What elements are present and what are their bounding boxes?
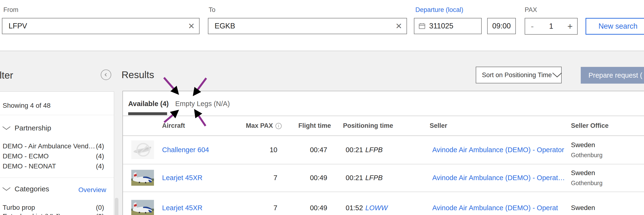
to-input[interactable]: EGKB ✕ (208, 18, 407, 34)
from-value: LFPV (2, 22, 27, 30)
categories-header-label: Categories (14, 185, 49, 193)
results-tabs: Available (4) Empty Legs (N/A) (123, 91, 644, 116)
max-pax-value: 7 (247, 204, 277, 212)
calendar-icon (418, 22, 426, 30)
filter-item-count: (4) (96, 162, 104, 170)
positioning-time-cell: 01:52LOWW (346, 204, 388, 212)
filter-item-partnership[interactable]: DEMO - ECMO (4) (3, 152, 104, 160)
table-row[interactable]: Learjet 45XR 7 00:49 00:21LFPB Avinode A… (123, 164, 644, 192)
departure-time-input[interactable]: 09:00 (487, 18, 516, 34)
table-row[interactable]: Challenger 604 10 00:47 00:21LFPB Avinod… (123, 135, 644, 164)
tab-empty-legs[interactable]: Empty Legs (N/A) (175, 100, 230, 108)
seller-office-country: Sweden (571, 204, 595, 212)
sort-dropdown[interactable]: Sort on Positioning Time (476, 67, 562, 83)
pax-value: 1 (540, 22, 563, 31)
aircraft-link[interactable]: Learjet 45XR (162, 204, 202, 212)
filter-item-label: Turbo prop (3, 204, 35, 211)
positioning-time-cell: 00:21LFPB (346, 146, 383, 154)
chevron-left-icon (103, 72, 109, 78)
max-pax-value: 7 (247, 174, 277, 182)
seller-link[interactable]: Avinode Air Ambulance (DEMO) - Operator (432, 146, 564, 154)
column-header-flight-time: Flight time (298, 122, 331, 129)
aircraft-link[interactable]: Learjet 45XR (162, 174, 202, 182)
filter-item-category[interactable]: Entry level jet (VLJ) (0) (3, 212, 104, 215)
from-label: From (3, 6, 18, 14)
seller-office-cell: Sweden Gothenburg (571, 141, 602, 158)
info-icon[interactable]: i (276, 123, 282, 129)
column-header-aircraft: Aircraft (162, 122, 185, 129)
pax-increase-button[interactable]: + (563, 21, 577, 32)
departure-date-value: 311025 (426, 22, 453, 30)
results-card: Available (4) Empty Legs (N/A) Aircraft … (122, 91, 644, 215)
aircraft-photo[interactable] (131, 200, 154, 215)
to-value: EGKB (208, 22, 235, 30)
new-search-button[interactable]: New search (586, 18, 644, 35)
sort-dropdown-value: Sort on Positioning Time (476, 71, 552, 79)
partnership-header-label: Partnership (14, 124, 51, 132)
overview-link[interactable]: Overview (78, 186, 106, 194)
clear-from-icon[interactable]: ✕ (188, 22, 195, 30)
seller-office-country: Sweden (571, 141, 602, 149)
departure-date-input[interactable]: 311025 (414, 18, 482, 34)
max-pax-value: 10 (247, 146, 277, 154)
column-header-seller-office: Seller Office (571, 122, 609, 129)
filter-item-label: Entry level jet (VLJ) (3, 212, 61, 215)
positioning-airport-link[interactable]: LOWW (366, 204, 388, 211)
seller-link[interactable]: Avinode Air Ambulance (DEMO) - Operat… (432, 174, 565, 182)
from-input[interactable]: LFPV ✕ (2, 18, 200, 34)
column-header-seller: Seller (430, 122, 447, 129)
pax-label: PAX (525, 6, 537, 14)
departure-time-value: 09:00 (492, 22, 511, 30)
filter-item-count: (4) (96, 152, 104, 160)
positioning-airport: LFPB (366, 146, 383, 153)
pax-stepper: - 1 + (525, 18, 578, 35)
table-row[interactable]: Learjet 45XR 7 00:49 01:52LOWW Avinode A… (123, 191, 644, 215)
partnership-section-header[interactable]: Partnership (2, 124, 51, 132)
seller-office-country: Sweden (571, 169, 602, 177)
flight-search-page: From LFPV ✕ To EGKB ✕ Departure (local) … (0, 0, 644, 215)
filter-panel: Showing 4 of 48 Partnership DEMO - Air A… (0, 92, 114, 215)
positioning-airport: LFPB (366, 174, 383, 181)
filter-item-count: (0) (96, 204, 104, 211)
filter-item-label: DEMO - Air Ambulance Vend… (3, 142, 95, 150)
aircraft-photo-placeholder[interactable] (131, 140, 154, 159)
tab-available[interactable]: Available (4) (128, 100, 169, 108)
collapse-filter-button[interactable] (101, 70, 111, 80)
pax-decrease-button[interactable]: - (525, 21, 540, 31)
table-header-row: Aircraft Max PAXi Flight time Positionin… (123, 116, 644, 136)
positioning-time-cell: 00:21LFPB (346, 174, 383, 182)
results-title: Results (122, 69, 154, 81)
filter-item-category[interactable]: Turbo prop (0) (3, 204, 104, 211)
seller-link[interactable]: Avinode Air Ambulance (DEMO) - Operat (432, 204, 558, 212)
results-count-text: Showing 4 of 48 (3, 102, 50, 109)
aircraft-link[interactable]: Challenger 604 (162, 146, 209, 154)
divider (0, 115, 114, 115)
positioning-time-value: 01:52 (346, 204, 363, 211)
categories-section-header[interactable]: Categories (2, 185, 49, 193)
chevron-down-icon (552, 72, 567, 78)
positioning-time-value: 00:21 (346, 146, 363, 153)
filter-item-label: DEMO - NEONAT (3, 162, 56, 170)
filter-title: Filter (0, 70, 13, 81)
flight-time-value: 00:47 (292, 146, 327, 154)
seller-office-cell: Sweden (571, 204, 595, 212)
scrollbar[interactable] (115, 198, 118, 215)
filter-item-partnership[interactable]: DEMO - NEONAT (4) (3, 162, 104, 170)
filter-item-count: (0) (96, 212, 104, 215)
flight-time-value: 00:49 (292, 174, 327, 182)
aircraft-photo[interactable] (131, 170, 154, 186)
to-label: To (208, 6, 216, 14)
positioning-time-value: 00:21 (346, 174, 363, 181)
flight-time-value: 00:49 (292, 204, 327, 212)
seller-office-city: Gothenburg (571, 180, 602, 186)
clear-to-icon[interactable]: ✕ (396, 22, 402, 30)
filter-item-count: (4) (96, 142, 104, 150)
filter-item-partnership[interactable]: DEMO - Air Ambulance Vend… (4) (3, 142, 104, 150)
prepare-request-button[interactable]: Prepare request ( (581, 67, 644, 84)
seller-office-cell: Sweden Gothenburg (571, 169, 602, 186)
column-header-positioning-time: Positioning time (343, 122, 393, 129)
column-header-max-pax: Max PAXi (246, 122, 282, 129)
departure-label[interactable]: Departure (local) (415, 6, 463, 14)
chevron-down-icon (2, 126, 11, 130)
divider (0, 177, 114, 178)
